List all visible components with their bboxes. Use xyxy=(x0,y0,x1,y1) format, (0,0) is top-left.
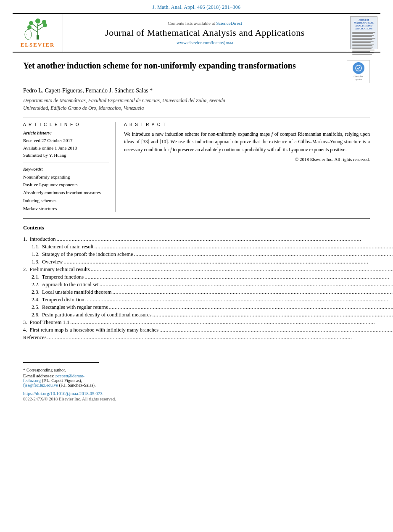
svg-rect-0 xyxy=(37,35,39,40)
abstract-header: A B S T R A C T xyxy=(124,122,370,127)
journal-thumbnail: Journal ofMATHEMATICALANALYSIS ANDAPPLIC… xyxy=(347,14,380,52)
title-row: Yet another induction scheme for non-uni… xyxy=(23,60,370,83)
article-info-abstract-section: A R T I C L E I N F O Article history: R… xyxy=(23,118,370,212)
toc-row: 3. Proof Theorem 1.1 ...................… xyxy=(23,319,393,326)
check-for-updates-icon xyxy=(353,62,364,74)
contents-title: Contents xyxy=(23,224,370,231)
doi-link[interactable]: https://doi.org/10.1016/j.jmaa.2018.05.0… xyxy=(23,391,370,396)
toc-cell: 2.4. Tempered distortion ...............… xyxy=(23,296,393,303)
journal-url[interactable]: www.elsevier.com/locate/jmaa xyxy=(177,40,233,45)
svg-point-6 xyxy=(27,25,32,29)
toc-cell: 2.1. Tempered functions ................… xyxy=(23,273,393,281)
journal-title-area: Contents lists available at ScienceDirec… xyxy=(63,14,347,52)
toc-row: 1.1. Statement of main result ..........… xyxy=(23,243,393,250)
toc-cell: 2.6. Pesin partitions and density of con… xyxy=(23,311,393,319)
toc-cell: 2.3. Local unstable manifold theorem ...… xyxy=(23,288,393,296)
toc-table: 1. Introduction ........................… xyxy=(23,235,393,341)
keyword-item: Inducing schemes xyxy=(23,197,109,205)
issn-line: 0022-247X/© 2018 Elsevier Inc. All right… xyxy=(23,397,370,401)
svg-line-4 xyxy=(32,24,38,28)
affiliation: Departamento de Matemáticas, Facultad Ex… xyxy=(23,97,370,112)
toc-row: 1.2. Strategy of the proof: the inductio… xyxy=(23,250,393,258)
journal-title: Journal of Mathematical Analysis and App… xyxy=(105,27,305,38)
section-divider xyxy=(23,218,370,219)
toc-cell: 1. Introduction ........................… xyxy=(23,235,393,243)
page: J. Math. Anal. Appl. 466 (2018) 281–306 xyxy=(0,0,393,532)
toc-row: 1. Introduction ........................… xyxy=(23,235,393,243)
keyword-item: Positive Lyapunov exponents xyxy=(23,181,109,189)
toc-cell: 2. Preliminary technical results .......… xyxy=(23,266,393,273)
sciencedirect-link[interactable]: ScienceDirect xyxy=(216,21,242,26)
elsevier-brand-text: ELSEVIER xyxy=(21,42,55,48)
toc-cell: 3. Proof Theorem 1.1 ...................… xyxy=(23,319,393,326)
keywords-list: Nonuniformly expanding Positive Lyapunov… xyxy=(23,173,109,212)
toc-row: 2.1. Tempered functions ................… xyxy=(23,273,393,281)
svg-point-10 xyxy=(35,18,40,24)
contents-available-text: Contents lists available at ScienceDirec… xyxy=(168,21,242,26)
article-info-column: A R T I C L E I N F O Article history: R… xyxy=(23,122,116,212)
check-updates-badge: Check forupdates xyxy=(347,60,370,83)
abstract-text: We introduce a new induction scheme for … xyxy=(124,130,370,153)
toc-cell: 2.5. Rectangles with regular returns ...… xyxy=(23,303,393,311)
email-addresses-note: E-mail addresses: pcapett@demat-fecluz.o… xyxy=(23,374,99,387)
journal-ref-text: J. Math. Anal. Appl. 466 (2018) 281–306 xyxy=(153,4,241,10)
paper-title: Yet another induction scheme for non-uni… xyxy=(23,60,296,71)
journal-cover-thumb: Journal ofMATHEMATICALANALYSIS ANDAPPLIC… xyxy=(350,16,377,49)
svg-line-3 xyxy=(38,26,44,30)
toc-row: 2.6. Pesin partitions and density of con… xyxy=(23,311,393,319)
abstract-copyright: © 2018 Elsevier Inc. All rights reserved… xyxy=(124,157,370,162)
toc-cell: 1.1. Statement of main result ..........… xyxy=(23,243,393,250)
abstract-column: A B S T R A C T We introduce a new induc… xyxy=(124,122,370,212)
keyword-item: Absolutely continuous invariant measures xyxy=(23,189,109,197)
footer-area: * Corresponding author. E-mail addresses… xyxy=(23,362,370,401)
svg-point-9 xyxy=(42,20,46,24)
toc-cell: 1.3. Overview ..........................… xyxy=(23,258,393,266)
toc-row: 2.5. Rectangles with regular returns ...… xyxy=(23,303,393,311)
keyword-item: Nonuniformly expanding xyxy=(23,173,109,181)
contents-section: Contents 1. Introduction ...............… xyxy=(23,224,370,341)
elsevier-tree-icon: f xyxy=(23,18,53,41)
toc-row: 2.2. Approach to the critical set ......… xyxy=(23,281,393,288)
toc-cell: 2.2. Approach to the critical set ......… xyxy=(23,281,393,288)
journal-reference: J. Math. Anal. Appl. 466 (2018) 281–306 xyxy=(0,0,393,13)
svg-point-8 xyxy=(29,21,33,25)
toc-cell: 4. First return map is a horseshoe with … xyxy=(23,326,393,334)
email-2-link[interactable]: fjss@fec.luz.edu.ve xyxy=(23,383,58,387)
corresponding-author-note: * Corresponding author. xyxy=(23,367,99,374)
toc-row: 1.3. Overview ..........................… xyxy=(23,258,393,266)
toc-row: 4. First return map is a horseshoe with … xyxy=(23,326,393,334)
toc-row: References .............................… xyxy=(23,334,393,341)
elsevier-logo-area: f ELSEVIER xyxy=(13,14,63,52)
article-info-header: A R T I C L E I N F O xyxy=(23,122,109,127)
journal-header: f ELSEVIER Contents lists available at S… xyxy=(13,13,380,53)
svg-text:f: f xyxy=(26,34,27,37)
article-history-items: Received 27 October 2017 Available onlin… xyxy=(23,137,109,163)
article-history-label: Article history: xyxy=(23,130,109,135)
authors: Pedro L. Capett-Figueras, Fernando J. Sá… xyxy=(23,87,370,94)
toc-row: 2.3. Local unstable manifold theorem ...… xyxy=(23,288,393,296)
svg-line-2 xyxy=(32,28,38,32)
toc-cell: 1.2. Strategy of the proof: the inductio… xyxy=(23,250,393,258)
elsevier-logo: f ELSEVIER xyxy=(21,18,55,48)
main-content: Yet another induction scheme for non-uni… xyxy=(0,53,393,410)
keyword-item: Markov structures xyxy=(23,205,109,213)
toc-row: 2.4. Tempered distortion ...............… xyxy=(23,296,393,303)
keywords-label: Keywords: xyxy=(23,166,109,171)
toc-row: 2. Preliminary technical results .......… xyxy=(23,266,393,273)
toc-cell: References .............................… xyxy=(23,334,393,341)
footer-section: * Corresponding author. E-mail addresses… xyxy=(23,362,99,387)
